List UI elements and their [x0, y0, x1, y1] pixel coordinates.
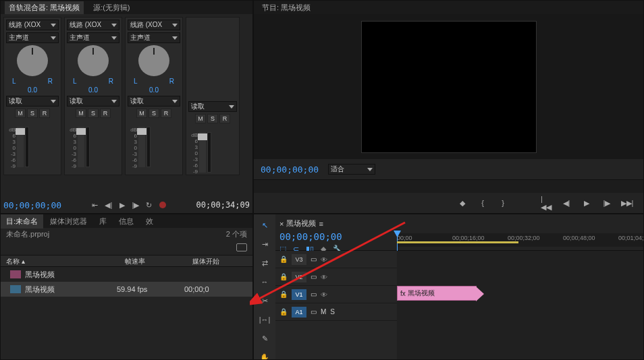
eye-icon[interactable]: 👁 — [321, 291, 330, 298]
r-button[interactable]: R — [161, 109, 171, 118]
sequence-tab[interactable]: × 黑场视频 ≡ — [279, 217, 393, 230]
sort-icon[interactable]: ▴ — [22, 258, 25, 265]
toggle-output-icon[interactable]: ▭ — [311, 256, 317, 263]
timeline-tc[interactable]: 00;00;00;00 — [279, 231, 393, 242]
toggle-output-icon[interactable]: ▭ — [311, 273, 317, 280]
volume-fader[interactable] — [199, 132, 206, 173]
project-columns-header: 名称 ▴ 帧速率 媒体开始 — [1, 255, 252, 267]
ruler-tick: 00;00;16;00 — [452, 235, 485, 241]
work-area-bar[interactable] — [397, 241, 518, 243]
ruler-tick: 00;00 — [397, 235, 412, 241]
lock-icon[interactable]: 🔒 — [279, 291, 288, 299]
lock-icon[interactable]: 🔒 — [279, 308, 288, 316]
audio-mixer-panel: 音轨混合器: 黑场视频 源:(无剪辑) 线路 (XOX 主声道 LR 0.0 读… — [0, 0, 253, 214]
play-icon[interactable]: ▶ — [117, 200, 128, 210]
volume-fader[interactable] — [138, 127, 145, 167]
vu-meter — [86, 127, 90, 167]
rate-stretch-tool-icon[interactable]: ↔ — [258, 275, 271, 289]
route-dropdown[interactable]: 线路 (XOX — [67, 20, 119, 30]
project-tab[interactable]: 目:未命名 — [1, 214, 43, 229]
project-tab[interactable]: 库 — [94, 214, 112, 229]
loop-icon[interactable]: ↻ — [144, 200, 155, 210]
source-tab[interactable]: 源:(无剪辑) — [89, 1, 134, 14]
track-header-v2[interactable]: 🔒V2▭👁 — [275, 268, 397, 286]
program-tab[interactable]: 节目: 黑场视频 — [258, 1, 315, 14]
s-button[interactable]: S — [27, 109, 38, 118]
pan-value: 0.0 — [149, 86, 159, 94]
pen-tool-icon[interactable]: ✎ — [258, 332, 271, 345]
volume-fader[interactable] — [78, 127, 84, 167]
route-dropdown[interactable]: 线路 (XOX — [128, 20, 180, 30]
automation-dropdown[interactable]: 读取 — [128, 96, 180, 107]
goto-in-icon[interactable]: ⇤ — [90, 200, 101, 210]
selection-tool-icon[interactable]: ↖ — [258, 218, 271, 232]
ripple-tool-icon[interactable]: ⇄ — [258, 256, 271, 270]
s-button[interactable]: S — [149, 109, 159, 118]
timeline-ruler[interactable]: 00;0000;00;16;0000;00;32;0000;00;48;0000… — [397, 233, 643, 247]
mark-in-icon[interactable]: ◆ — [457, 198, 468, 208]
step-fwd-icon[interactable]: |▶ — [130, 200, 141, 210]
automation-dropdown[interactable]: 读取 — [6, 96, 59, 107]
hand-tool-icon[interactable]: ✋ — [258, 351, 271, 360]
eye-icon[interactable]: 👁 — [321, 256, 330, 263]
pan-value: 0.0 — [28, 86, 37, 94]
project-item-count: 2 个项 — [226, 229, 247, 239]
bin-icon[interactable] — [236, 243, 247, 251]
record-button[interactable] — [157, 200, 168, 210]
vu-meter — [146, 127, 151, 167]
ruler-tick: 00;01;04;04 — [618, 235, 644, 241]
video-icon — [10, 285, 21, 293]
video-clip[interactable]: fx 黑场视频 — [397, 286, 477, 301]
project-tab[interactable]: 信息 — [113, 214, 139, 229]
r-button[interactable]: R — [100, 109, 111, 118]
automation-dropdown[interactable]: 读取 — [188, 101, 237, 112]
project-item-row[interactable]: 黑场视频59.94 fps00;00;0 — [1, 282, 252, 297]
lock-icon[interactable]: 🔒 — [279, 273, 288, 281]
m-button[interactable]: M — [195, 114, 206, 123]
project-item-row[interactable]: 黑场视频 — [1, 267, 252, 282]
mixer-tab[interactable]: 音轨混合器: 黑场视频 — [5, 1, 84, 14]
pan-knob[interactable] — [78, 45, 109, 76]
s-button[interactable]: S — [88, 109, 99, 118]
m-button[interactable]: M — [76, 109, 86, 118]
program-ruler[interactable] — [254, 179, 643, 193]
pan-knob[interactable] — [17, 45, 48, 76]
next-frame-icon[interactable]: |▶ — [601, 198, 612, 208]
pan-knob[interactable] — [138, 45, 169, 76]
project-filename: 未命名.prproj — [6, 229, 49, 239]
route-dropdown[interactable]: 线路 (XOX — [6, 20, 59, 30]
r-button[interactable]: R — [219, 114, 230, 123]
slip-tool-icon[interactable]: |↔| — [258, 313, 271, 326]
r-button[interactable]: R — [39, 109, 50, 118]
toggle-output-icon[interactable]: ▭ — [311, 291, 317, 298]
step-back-icon[interactable]: ◀| — [103, 200, 114, 210]
output-dropdown[interactable]: 主声道 — [67, 32, 119, 43]
razor-tool-icon[interactable]: ✂ — [258, 294, 271, 307]
lock-icon[interactable]: 🔒 — [279, 256, 288, 264]
output-dropdown[interactable]: 主声道 — [6, 32, 59, 43]
goto-start-icon[interactable]: |◀◀ — [541, 198, 552, 208]
timeline-tracks-area[interactable]: fx 黑场视频 — [397, 251, 643, 360]
brace-out-icon[interactable]: } — [498, 198, 508, 208]
track-header-a1[interactable]: 🔒A1▭M S — [275, 303, 397, 321]
project-tab[interactable]: 效 — [140, 214, 159, 229]
program-tc[interactable]: 00;00;00;00 — [261, 164, 319, 175]
program-play-icon[interactable]: ▶ — [581, 198, 592, 208]
track-header-v1[interactable]: 🔒V1▭👁 — [275, 286, 397, 303]
project-tab[interactable]: 媒体浏览器 — [45, 214, 92, 229]
track-header-v3[interactable]: 🔒V3▭👁 — [275, 251, 397, 268]
output-dropdown[interactable]: 主声道 — [128, 32, 180, 43]
zoom-fit-dropdown[interactable]: 适合 — [328, 164, 375, 175]
volume-fader[interactable] — [17, 127, 24, 167]
eye-icon[interactable]: 👁 — [321, 274, 330, 280]
automation-dropdown[interactable]: 读取 — [67, 96, 119, 107]
timeline-panel: ↖ ⇥ ⇄ ↔ ✂ |↔| ✎ ✋ × 黑场视频 ≡ 00;00;00;00 ⬚… — [253, 214, 644, 360]
goto-end-icon[interactable]: ▶▶| — [622, 198, 633, 208]
prev-frame-icon[interactable]: ◀| — [561, 198, 572, 208]
toggle-output-icon[interactable]: ▭ — [311, 308, 317, 316]
m-button[interactable]: M — [136, 109, 147, 118]
s-button[interactable]: S — [207, 114, 218, 123]
track-select-tool-icon[interactable]: ⇥ — [258, 237, 271, 251]
brace-in-icon[interactable]: { — [477, 198, 488, 208]
m-button[interactable]: M — [15, 109, 26, 118]
